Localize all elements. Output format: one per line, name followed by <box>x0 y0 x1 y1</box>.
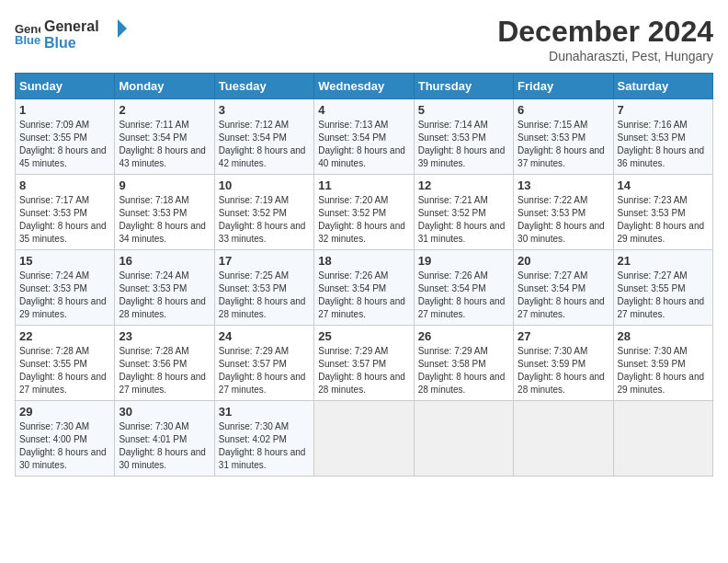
day-number: 26 <box>418 329 509 343</box>
day-number: 25 <box>318 329 409 343</box>
logo: General Blue General Blue <box>15 15 127 52</box>
day-number: 2 <box>119 103 210 117</box>
day-info: Sunrise: 7:24 AMSunset: 3:53 PMDaylight:… <box>119 270 206 319</box>
day-info: Sunrise: 7:20 AMSunset: 3:52 PMDaylight:… <box>318 195 405 244</box>
day-info: Sunrise: 7:27 AMSunset: 3:55 PMDaylight:… <box>618 270 705 319</box>
day-number: 11 <box>318 178 409 192</box>
calendar-cell: 8Sunrise: 7:17 AMSunset: 3:53 PMDaylight… <box>16 175 115 250</box>
calendar-cell: 23Sunrise: 7:28 AMSunset: 3:56 PMDayligh… <box>115 326 214 401</box>
day-number: 4 <box>318 103 409 117</box>
day-info: Sunrise: 7:24 AMSunset: 3:53 PMDaylight:… <box>19 270 107 319</box>
day-info: Sunrise: 7:15 AMSunset: 3:53 PMDaylight:… <box>518 120 605 168</box>
calendar-cell <box>414 401 513 477</box>
day-info: Sunrise: 7:26 AMSunset: 3:54 PMDaylight:… <box>318 270 405 319</box>
header-cell-tuesday: Tuesday <box>214 74 313 99</box>
header-cell-wednesday: Wednesday <box>314 74 414 99</box>
calendar-cell: 7Sunrise: 7:16 AMSunset: 3:53 PMDaylight… <box>613 99 712 175</box>
day-number: 14 <box>618 178 709 192</box>
header-cell-monday: Monday <box>115 74 214 99</box>
calendar-cell: 10Sunrise: 7:19 AMSunset: 3:52 PMDayligh… <box>214 175 313 250</box>
day-info: Sunrise: 7:30 AMSunset: 4:02 PMDaylight:… <box>219 421 306 470</box>
calendar-week-0: 1Sunrise: 7:09 AMSunset: 3:55 PMDaylight… <box>16 99 713 175</box>
calendar-cell: 4Sunrise: 7:13 AMSunset: 3:54 PMDaylight… <box>314 99 414 175</box>
svg-marker-5 <box>118 19 127 38</box>
day-info: Sunrise: 7:29 AMSunset: 3:58 PMDaylight:… <box>418 346 506 395</box>
day-info: Sunrise: 7:18 AMSunset: 3:53 PMDaylight:… <box>119 195 206 244</box>
calendar-cell: 6Sunrise: 7:15 AMSunset: 3:53 PMDaylight… <box>514 99 613 175</box>
calendar-week-3: 22Sunrise: 7:28 AMSunset: 3:55 PMDayligh… <box>16 326 713 401</box>
day-number: 28 <box>618 329 709 343</box>
calendar-cell: 31Sunrise: 7:30 AMSunset: 4:02 PMDayligh… <box>214 401 313 477</box>
calendar-cell: 24Sunrise: 7:29 AMSunset: 3:57 PMDayligh… <box>214 326 313 401</box>
day-info: Sunrise: 7:14 AMSunset: 3:53 PMDaylight:… <box>418 120 506 168</box>
logo-icon: General Blue <box>15 20 40 46</box>
calendar-cell: 5Sunrise: 7:14 AMSunset: 3:53 PMDaylight… <box>414 99 513 175</box>
day-number: 20 <box>518 254 609 268</box>
day-number: 24 <box>219 329 310 343</box>
day-number: 16 <box>119 254 210 268</box>
day-number: 3 <box>219 103 310 117</box>
day-info: Sunrise: 7:13 AMSunset: 3:54 PMDaylight:… <box>318 120 405 168</box>
header-cell-friday: Friday <box>514 74 613 99</box>
day-number: 6 <box>518 103 609 117</box>
day-number: 18 <box>318 254 409 268</box>
calendar-week-1: 8Sunrise: 7:17 AMSunset: 3:53 PMDaylight… <box>16 175 713 250</box>
day-info: Sunrise: 7:25 AMSunset: 3:53 PMDaylight:… <box>219 270 306 319</box>
day-number: 31 <box>219 405 310 419</box>
calendar-week-2: 15Sunrise: 7:24 AMSunset: 3:53 PMDayligh… <box>16 250 713 326</box>
page-header: General Blue General Blue December 2024 … <box>15 15 713 63</box>
day-info: Sunrise: 7:30 AMSunset: 4:01 PMDaylight:… <box>119 421 206 470</box>
day-info: Sunrise: 7:29 AMSunset: 3:57 PMDaylight:… <box>219 346 306 395</box>
day-number: 15 <box>19 254 110 268</box>
calendar-cell: 15Sunrise: 7:24 AMSunset: 3:53 PMDayligh… <box>16 250 115 326</box>
day-number: 12 <box>418 178 509 192</box>
calendar-cell: 9Sunrise: 7:18 AMSunset: 3:53 PMDaylight… <box>115 175 214 250</box>
calendar-cell: 16Sunrise: 7:24 AMSunset: 3:53 PMDayligh… <box>115 250 214 326</box>
day-info: Sunrise: 7:12 AMSunset: 3:54 PMDaylight:… <box>219 120 306 168</box>
calendar-table: SundayMondayTuesdayWednesdayThursdayFrid… <box>15 73 713 477</box>
day-info: Sunrise: 7:11 AMSunset: 3:54 PMDaylight:… <box>119 120 206 168</box>
day-info: Sunrise: 7:30 AMSunset: 4:00 PMDaylight:… <box>19 421 107 470</box>
calendar-cell: 29Sunrise: 7:30 AMSunset: 4:00 PMDayligh… <box>16 401 115 477</box>
day-number: 30 <box>119 405 210 419</box>
day-number: 5 <box>418 103 509 117</box>
title-block: December 2024 Dunaharaszti, Pest, Hungar… <box>497 15 713 63</box>
day-number: 19 <box>418 254 509 268</box>
day-number: 17 <box>219 254 310 268</box>
calendar-cell <box>314 401 414 477</box>
day-info: Sunrise: 7:27 AMSunset: 3:54 PMDaylight:… <box>518 270 605 319</box>
calendar-cell: 26Sunrise: 7:29 AMSunset: 3:58 PMDayligh… <box>414 326 513 401</box>
location: Dunaharaszti, Pest, Hungary <box>497 49 713 63</box>
day-info: Sunrise: 7:21 AMSunset: 3:52 PMDaylight:… <box>418 195 506 244</box>
svg-text:Blue: Blue <box>15 33 40 46</box>
calendar-cell: 17Sunrise: 7:25 AMSunset: 3:53 PMDayligh… <box>214 250 313 326</box>
day-number: 13 <box>518 178 609 192</box>
svg-text:Blue: Blue <box>44 35 76 51</box>
month-title: December 2024 <box>497 15 713 49</box>
day-number: 7 <box>618 103 709 117</box>
day-number: 27 <box>518 329 609 343</box>
calendar-cell <box>514 401 613 477</box>
calendar-cell: 25Sunrise: 7:29 AMSunset: 3:57 PMDayligh… <box>314 326 414 401</box>
day-info: Sunrise: 7:16 AMSunset: 3:53 PMDaylight:… <box>618 120 705 168</box>
calendar-cell: 11Sunrise: 7:20 AMSunset: 3:52 PMDayligh… <box>314 175 414 250</box>
header-cell-thursday: Thursday <box>414 74 513 99</box>
day-number: 22 <box>19 329 110 343</box>
day-number: 29 <box>19 405 110 419</box>
calendar-cell: 2Sunrise: 7:11 AMSunset: 3:54 PMDaylight… <box>115 99 214 175</box>
calendar-cell: 3Sunrise: 7:12 AMSunset: 3:54 PMDaylight… <box>214 99 313 175</box>
calendar-week-4: 29Sunrise: 7:30 AMSunset: 4:00 PMDayligh… <box>16 401 713 477</box>
day-info: Sunrise: 7:23 AMSunset: 3:53 PMDaylight:… <box>618 195 705 244</box>
day-number: 21 <box>618 254 709 268</box>
calendar-cell: 22Sunrise: 7:28 AMSunset: 3:55 PMDayligh… <box>16 326 115 401</box>
day-number: 23 <box>119 329 210 343</box>
svg-text:General: General <box>44 18 99 34</box>
calendar-cell: 21Sunrise: 7:27 AMSunset: 3:55 PMDayligh… <box>613 250 712 326</box>
day-number: 8 <box>19 178 110 192</box>
day-info: Sunrise: 7:28 AMSunset: 3:56 PMDaylight:… <box>119 346 206 395</box>
calendar-cell <box>613 401 712 477</box>
day-info: Sunrise: 7:17 AMSunset: 3:53 PMDaylight:… <box>19 195 107 244</box>
day-info: Sunrise: 7:26 AMSunset: 3:54 PMDaylight:… <box>418 270 506 319</box>
calendar-cell: 1Sunrise: 7:09 AMSunset: 3:55 PMDaylight… <box>16 99 115 175</box>
header-cell-saturday: Saturday <box>613 74 712 99</box>
